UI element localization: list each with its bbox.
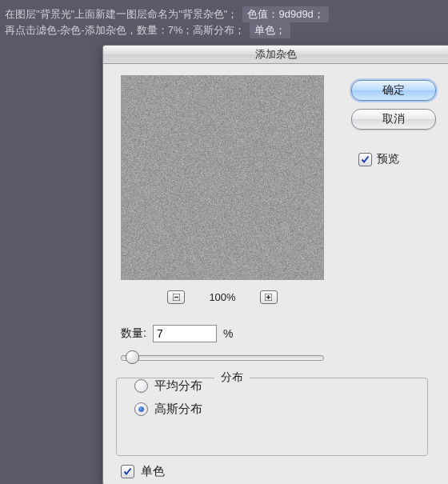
zoom-controls: 100% bbox=[121, 288, 324, 306]
zoom-in-button[interactable] bbox=[260, 290, 278, 304]
amount-row: 数量: % bbox=[121, 325, 233, 342]
add-noise-dialog: 添加杂色 100% 确定 取消 预览 数量: bbox=[102, 45, 448, 484]
ok-button-label: 确定 bbox=[382, 83, 405, 96]
preview-checkbox[interactable] bbox=[358, 153, 372, 166]
cancel-button[interactable]: 取消 bbox=[351, 109, 436, 130]
cancel-button-label: 取消 bbox=[382, 112, 405, 125]
amount-slider[interactable] bbox=[121, 349, 324, 365]
amount-unit: % bbox=[223, 327, 233, 340]
radio-uniform-label: 平均分布 bbox=[154, 378, 202, 394]
instruction-line2: 再点击滤色-杂色-添加杂色，数量：7%；高斯分布； bbox=[5, 24, 245, 36]
amount-label: 数量: bbox=[121, 326, 146, 341]
distribution-legend: 分布 bbox=[214, 370, 250, 385]
dialog-title: 添加杂色 bbox=[255, 48, 297, 60]
preview-checkbox-row[interactable]: 预览 bbox=[358, 152, 399, 166]
radio-gaussian-row[interactable]: 高斯分布 bbox=[134, 402, 427, 417]
radio-uniform[interactable] bbox=[134, 379, 148, 393]
monochrome-row[interactable]: 单色 bbox=[121, 464, 165, 479]
monochrome-label: 单色 bbox=[141, 464, 165, 479]
distribution-fieldset: 分布 平均分布 高斯分布 bbox=[116, 378, 428, 456]
instruction-chip-mono: 单色； bbox=[250, 22, 290, 38]
preview-label: 预览 bbox=[377, 152, 399, 166]
ok-button[interactable]: 确定 bbox=[351, 80, 436, 101]
slider-track bbox=[121, 355, 324, 361]
noise-preview bbox=[121, 75, 324, 280]
zoom-value: 100% bbox=[209, 291, 235, 303]
instruction-chip-color: 色值：9d9d9d； bbox=[242, 6, 328, 22]
monochrome-checkbox[interactable] bbox=[121, 465, 134, 478]
instruction-text: 在图层"背景光"上面新建一图层命名为"背景杂色"；色值：9d9d9d； 再点击滤… bbox=[0, 0, 448, 38]
slider-thumb[interactable] bbox=[126, 350, 139, 364]
amount-input[interactable] bbox=[153, 325, 217, 342]
instruction-line1: 在图层"背景光"上面新建一图层命名为"背景杂色"； bbox=[5, 8, 238, 20]
radio-uniform-row[interactable]: 平均分布 bbox=[134, 378, 427, 394]
radio-gaussian-label: 高斯分布 bbox=[154, 402, 202, 417]
zoom-out-button[interactable] bbox=[167, 290, 185, 304]
radio-gaussian[interactable] bbox=[134, 402, 148, 416]
dialog-title-bar: 添加杂色 bbox=[103, 46, 448, 64]
